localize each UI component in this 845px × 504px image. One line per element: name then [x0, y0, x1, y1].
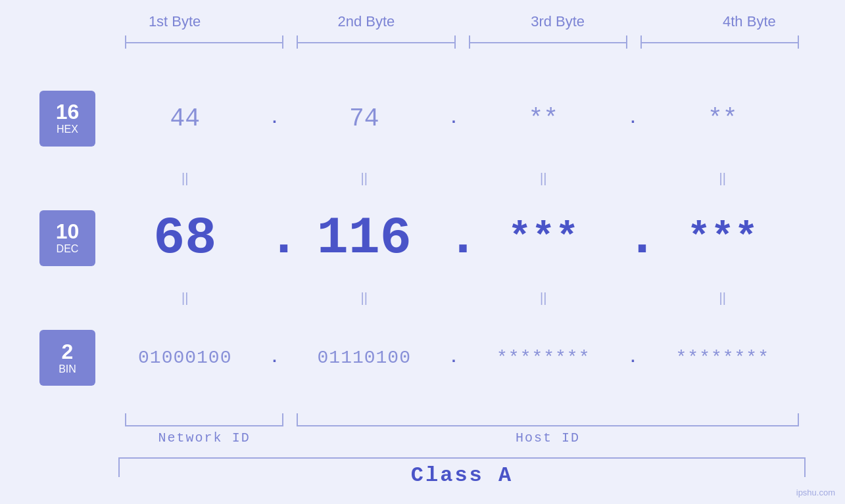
main-container: 1st Byte 2nd Byte 3rd Byte 4th Byte 16 H… — [0, 0, 845, 504]
class-container: Class A — [118, 457, 806, 491]
bracket-byte3 — [469, 35, 627, 49]
byte3-header: 3rd Byte — [462, 13, 654, 30]
bin-b4: ******** — [640, 348, 806, 368]
watermark: ipshu.com — [796, 488, 835, 497]
bracket-byte2 — [297, 35, 455, 49]
hex-row: 16 HEX 44 . 74 . ** . ** — [39, 68, 806, 168]
bin-badge: 2 BIN — [39, 330, 95, 386]
eq2-b1: || — [102, 290, 268, 306]
class-label: Class A — [118, 460, 806, 491]
eq2-b3: || — [460, 290, 627, 306]
hex-dot1: . — [268, 110, 281, 127]
hex-badge: 16 HEX — [39, 91, 95, 147]
dec-dot2: . — [447, 208, 460, 268]
dec-b4: *** — [640, 216, 806, 260]
dec-row: 10 DEC 68 . 116 . *** . *** — [39, 188, 806, 288]
hex-b4: ** — [640, 104, 806, 133]
dec-b2: 116 — [281, 208, 448, 268]
bracket-byte1 — [125, 35, 283, 49]
hex-b1: 44 — [102, 104, 268, 133]
hex-b2: 74 — [281, 104, 448, 133]
eq1-b3: || — [460, 171, 627, 186]
dec-badge-label: DEC — [57, 243, 79, 255]
equals-row-2: || || || || — [102, 288, 806, 308]
bin-dot2: . — [447, 349, 460, 367]
eq2-b4: || — [640, 290, 806, 306]
bin-dot1: . — [268, 349, 281, 367]
id-labels-row: Network ID Host ID — [118, 430, 806, 446]
equals-row-1: || || || || — [102, 168, 806, 188]
dec-dot1: . — [268, 208, 281, 268]
byte1-header: 1st Byte — [79, 13, 270, 30]
bin-b1: 01000100 — [102, 348, 268, 368]
bin-values: 01000100 . 01110100 . ******** . *******… — [102, 348, 806, 368]
dec-b1: 68 — [102, 208, 268, 268]
hex-values: 44 . 74 . ** . ** — [102, 104, 806, 133]
bin-b3: ******** — [460, 348, 627, 368]
hex-b3: ** — [460, 104, 627, 133]
eq1-b2: || — [281, 171, 448, 186]
bin-badge-label: BIN — [59, 363, 76, 375]
class-right-bracket — [804, 457, 806, 477]
byte4-header: 4th Byte — [654, 13, 845, 30]
hex-dot2: . — [447, 110, 460, 127]
hex-badge-number: 16 — [56, 101, 80, 122]
dec-dot3: . — [627, 208, 640, 268]
hex-badge-label: HEX — [57, 124, 78, 135]
bin-badge-number: 2 — [62, 341, 74, 362]
host-id-label: Host ID — [290, 430, 806, 446]
byte-headers-row: 1st Byte 2nd Byte 3rd Byte 4th Byte — [79, 13, 845, 30]
network-id-label: Network ID — [118, 430, 290, 446]
top-brackets — [118, 35, 806, 49]
bottom-brackets — [118, 413, 806, 426]
class-top-line — [118, 457, 806, 459]
dec-b3: *** — [460, 216, 627, 260]
bin-row: 2 BIN 01000100 . 01110100 . ******** . *… — [39, 308, 806, 408]
dec-badge-number: 10 — [56, 221, 80, 242]
eq2-b2: || — [281, 290, 448, 306]
eq1-b4: || — [640, 171, 806, 186]
byte2-header: 2nd Byte — [270, 13, 462, 30]
bin-b2: 01110100 — [281, 348, 448, 368]
bracket-byte4 — [640, 35, 799, 49]
dec-values: 68 . 116 . *** . *** — [102, 208, 806, 268]
hex-dot3: . — [627, 110, 640, 127]
bin-dot3: . — [627, 349, 640, 367]
eq1-b1: || — [102, 171, 268, 186]
dec-badge: 10 DEC — [39, 210, 95, 266]
class-left-bracket — [118, 457, 120, 477]
